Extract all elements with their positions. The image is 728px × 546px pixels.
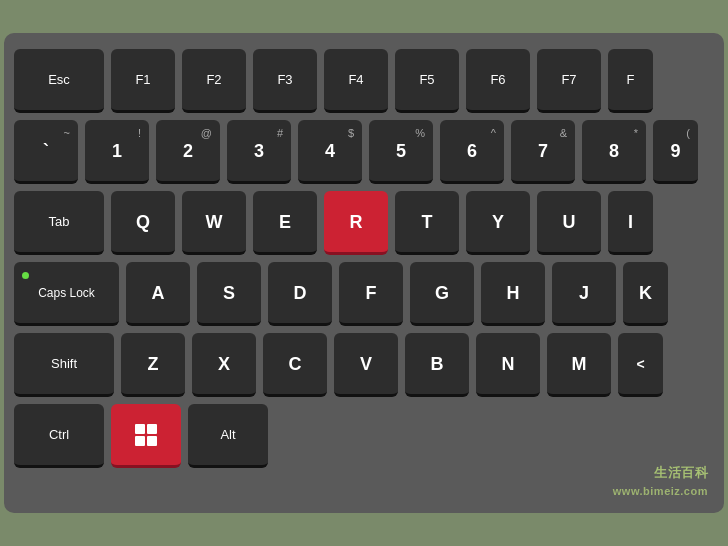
key-8[interactable]: * 8	[582, 120, 646, 184]
key-v[interactable]: V	[334, 333, 398, 397]
key-f1[interactable]: F1	[111, 49, 175, 113]
key-7[interactable]: & 7	[511, 120, 575, 184]
key-f-partial[interactable]: F	[608, 49, 653, 113]
key-d[interactable]: D	[268, 262, 332, 326]
key-f4[interactable]: F4	[324, 49, 388, 113]
key-f5[interactable]: F5	[395, 49, 459, 113]
row-function: Esc F1 F2 F3 F4 F5 F6 F7 F	[14, 49, 714, 113]
key-y[interactable]: Y	[466, 191, 530, 255]
key-4[interactable]: $ 4	[298, 120, 362, 184]
key-caps-lock[interactable]: Caps Lock	[14, 262, 119, 326]
key-n[interactable]: N	[476, 333, 540, 397]
key-c[interactable]: C	[263, 333, 327, 397]
key-windows[interactable]	[111, 404, 181, 468]
key-e[interactable]: E	[253, 191, 317, 255]
key-3[interactable]: # 3	[227, 120, 291, 184]
row-numbers: ~ ` ! 1 @ 2 # 3 $ 4 % 5 ^ 6 & 7	[14, 120, 714, 184]
key-esc[interactable]: Esc	[14, 49, 104, 113]
key-lt-partial[interactable]: <	[618, 333, 663, 397]
row-qwerty: Tab Q W E R T Y U I	[14, 191, 714, 255]
key-i-partial[interactable]: I	[608, 191, 653, 255]
key-6[interactable]: ^ 6	[440, 120, 504, 184]
key-s[interactable]: S	[197, 262, 261, 326]
key-tilde[interactable]: ~ `	[14, 120, 78, 184]
key-r[interactable]: R	[324, 191, 388, 255]
row-asdf: Caps Lock A S D F G H J K	[14, 262, 714, 326]
key-tab[interactable]: Tab	[14, 191, 104, 255]
key-a[interactable]: A	[126, 262, 190, 326]
key-shift[interactable]: Shift	[14, 333, 114, 397]
key-t[interactable]: T	[395, 191, 459, 255]
key-w[interactable]: W	[182, 191, 246, 255]
keyboard: Esc F1 F2 F3 F4 F5 F6 F7 F ~ ` ! 1 @ 2 #…	[4, 33, 724, 513]
key-f[interactable]: F	[339, 262, 403, 326]
caps-lock-indicator	[22, 272, 29, 279]
watermark: 生活百科 www.bimeiz.com	[613, 463, 708, 499]
key-b[interactable]: B	[405, 333, 469, 397]
watermark-text: 生活百科	[613, 463, 708, 483]
row-bottom: Ctrl Alt	[14, 404, 714, 468]
key-u[interactable]: U	[537, 191, 601, 255]
key-x[interactable]: X	[192, 333, 256, 397]
key-1[interactable]: ! 1	[85, 120, 149, 184]
key-j[interactable]: J	[552, 262, 616, 326]
key-m[interactable]: M	[547, 333, 611, 397]
key-ctrl[interactable]: Ctrl	[14, 404, 104, 468]
key-g[interactable]: G	[410, 262, 474, 326]
key-alt[interactable]: Alt	[188, 404, 268, 468]
watermark-url: www.bimeiz.com	[613, 483, 708, 500]
key-f7[interactable]: F7	[537, 49, 601, 113]
key-9-partial[interactable]: ( 9	[653, 120, 698, 184]
key-k-partial[interactable]: K	[623, 262, 668, 326]
row-zxcv: Shift Z X C V B N M <	[14, 333, 714, 397]
key-f3[interactable]: F3	[253, 49, 317, 113]
key-f6[interactable]: F6	[466, 49, 530, 113]
key-2[interactable]: @ 2	[156, 120, 220, 184]
key-z[interactable]: Z	[121, 333, 185, 397]
windows-icon	[135, 424, 157, 446]
key-f2[interactable]: F2	[182, 49, 246, 113]
key-h[interactable]: H	[481, 262, 545, 326]
key-q[interactable]: Q	[111, 191, 175, 255]
key-5[interactable]: % 5	[369, 120, 433, 184]
